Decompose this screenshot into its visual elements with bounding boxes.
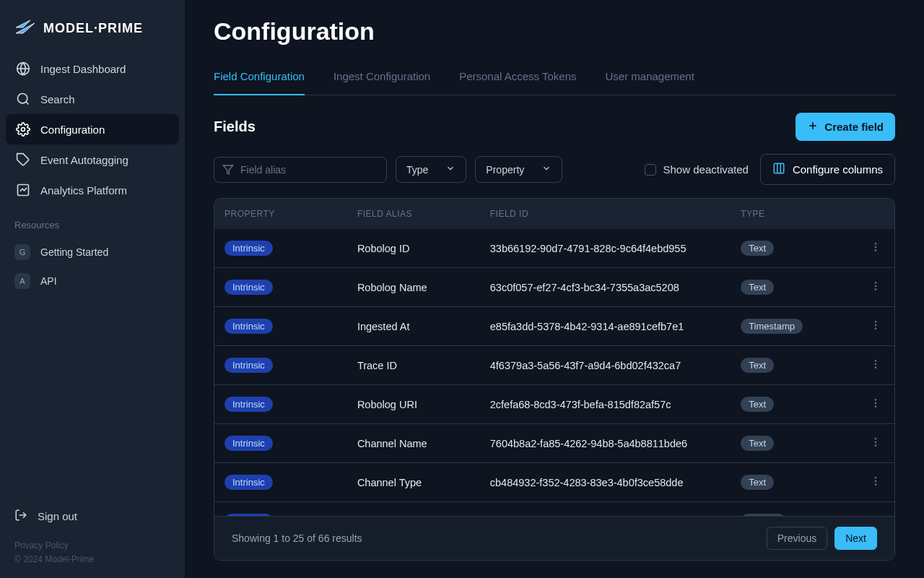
- property-pill: Intrinsic: [225, 436, 273, 451]
- configure-columns-button[interactable]: Configure columns: [760, 154, 895, 185]
- create-field-label: Create field: [824, 121, 884, 133]
- copyright-text: © 2024 Model-Prime: [14, 553, 170, 566]
- svg-line-3: [26, 102, 29, 105]
- main-content: Configuration Field ConfigurationIngest …: [185, 0, 924, 578]
- table-row[interactable]: IntrinsicTrace ID4f6379a3-5a56-43f7-a9d4…: [214, 346, 894, 385]
- table-row[interactable]: IntrinsicRobolog Name63c0f057-ef27-4cf3-…: [214, 268, 894, 307]
- nav-item-label: Configuration: [40, 124, 105, 136]
- cell-id: 63c0f057-ef27-4cf3-bc34-7355a3ac5208: [480, 268, 731, 307]
- cell-alias: Ingested At: [347, 307, 480, 346]
- columns-icon: [772, 162, 785, 177]
- config-tabs: Field ConfigurationIngest ConfigurationP…: [214, 63, 895, 95]
- nav-item-configuration[interactable]: Configuration: [6, 114, 179, 144]
- type-pill: Text: [741, 241, 774, 256]
- main-nav: Ingest DashboardSearchConfigurationEvent…: [0, 53, 185, 205]
- svg-point-34: [875, 484, 876, 485]
- svg-point-17: [875, 282, 876, 283]
- type-pill: Timestamp: [741, 319, 803, 334]
- search-icon: [16, 92, 30, 106]
- col-header-type[interactable]: TYPE: [731, 199, 856, 229]
- type-pill: Text: [741, 397, 774, 412]
- col-header-id[interactable]: FIELD ID: [480, 199, 731, 229]
- svg-point-2: [18, 94, 27, 103]
- row-actions-button[interactable]: [867, 280, 884, 297]
- svg-point-22: [875, 328, 876, 329]
- resource-badge: A: [14, 273, 30, 289]
- type-dropdown[interactable]: Type: [396, 156, 466, 183]
- nav-item-event-autotagging[interactable]: Event Autotagging: [6, 144, 179, 175]
- row-actions-button[interactable]: [867, 241, 884, 258]
- sign-out-label: Sign out: [38, 510, 77, 522]
- previous-button[interactable]: Previous: [767, 527, 827, 550]
- col-header-property[interactable]: PROPERTY: [214, 199, 347, 229]
- cell-id: e85fa3dd-5378-4b42-9314-ae891cefb7e1: [480, 307, 731, 346]
- checkbox-icon: [645, 164, 656, 176]
- next-button[interactable]: Next: [834, 527, 877, 550]
- resource-label: Getting Started: [40, 246, 108, 258]
- privacy-link[interactable]: Privacy Policy: [14, 539, 170, 553]
- svg-point-15: [875, 246, 876, 247]
- tab-user-management[interactable]: User management: [605, 63, 694, 95]
- field-alias-input[interactable]: [214, 157, 387, 183]
- nav-item-label: Search: [40, 93, 75, 105]
- row-actions-button[interactable]: [867, 358, 884, 375]
- sign-out-button[interactable]: Sign out: [0, 501, 185, 532]
- show-deactivated-toggle[interactable]: Show deactivated: [645, 163, 749, 176]
- cell-id: 7604b8a2-fa85-4262-94b8-5a4b8811bde6: [480, 424, 731, 463]
- property-pill: Intrinsic: [225, 280, 273, 295]
- cell-alias: Message Count: [347, 502, 480, 517]
- svg-marker-10: [223, 165, 232, 174]
- svg-point-18: [875, 285, 876, 286]
- svg-rect-11: [774, 163, 784, 173]
- nav-item-ingest-dashboard[interactable]: Ingest Dashboard: [6, 53, 179, 84]
- fields-table: PROPERTY FIELD ALIAS FIELD ID TYPE Intri…: [214, 198, 895, 561]
- tab-personal-access-tokens[interactable]: Personal Access Tokens: [459, 63, 576, 95]
- field-alias-filter: [214, 157, 387, 183]
- resource-item-api[interactable]: AAPI: [0, 267, 185, 296]
- cell-alias: Channel Name: [347, 424, 480, 463]
- cell-id: 2cfefa68-8cd3-473f-befa-815df82af57c: [480, 385, 731, 424]
- property-dropdown-label: Property: [486, 164, 524, 176]
- brand-logo: MODEL·PRIME: [0, 12, 185, 53]
- type-pill: Text: [741, 280, 774, 295]
- tag-icon: [16, 152, 30, 167]
- row-actions-button[interactable]: [867, 475, 884, 492]
- table-row[interactable]: IntrinsicIngested Ate85fa3dd-5378-4b42-9…: [214, 307, 894, 346]
- property-pill: Intrinsic: [225, 475, 273, 490]
- nav-item-analytics-platform[interactable]: Analytics Platform: [6, 175, 179, 205]
- table-row[interactable]: IntrinsicChannel Typecb484932-f352-4283-…: [214, 463, 894, 502]
- tab-ingest-configuration[interactable]: Ingest Configuration: [334, 63, 430, 95]
- table-row[interactable]: IntrinsicRobolog URI2cfefa68-8cd3-473f-b…: [214, 385, 894, 424]
- gear-icon: [16, 122, 30, 137]
- property-pill: Intrinsic: [225, 397, 273, 412]
- property-pill: Intrinsic: [225, 319, 273, 334]
- nav-item-search[interactable]: Search: [6, 84, 179, 114]
- chevron-down-icon: [541, 163, 552, 176]
- svg-point-30: [875, 441, 876, 442]
- table-row[interactable]: IntrinsicChannel Name7604b8a2-fa85-4262-…: [214, 424, 894, 463]
- row-actions-button[interactable]: [867, 397, 884, 414]
- cell-id: cb484932-f352-4283-83e3-4b0f3ce58dde: [480, 463, 731, 502]
- resource-item-getting-started[interactable]: GGetting Started: [0, 238, 185, 267]
- page-title: Configuration: [214, 17, 895, 46]
- svg-point-27: [875, 402, 876, 403]
- svg-point-21: [875, 324, 876, 325]
- tab-field-configuration[interactable]: Field Configuration: [214, 63, 305, 95]
- type-pill: Text: [741, 436, 774, 451]
- property-pill: Intrinsic: [225, 241, 273, 256]
- create-field-button[interactable]: Create field: [796, 113, 895, 141]
- nav-item-label: Event Autotagging: [40, 154, 128, 166]
- table-row[interactable]: IntrinsicMessage Count5345ab77-5410-4132…: [214, 502, 894, 517]
- svg-point-31: [875, 445, 876, 446]
- sign-out-icon: [14, 509, 27, 524]
- type-pill: Text: [741, 358, 774, 373]
- nav-item-label: Ingest Dashboard: [40, 63, 126, 75]
- table-row[interactable]: IntrinsicRobolog ID33b66192-90d7-4791-82…: [214, 229, 894, 268]
- cell-alias: Channel Type: [347, 463, 480, 502]
- property-dropdown[interactable]: Property: [475, 156, 562, 183]
- row-actions-button[interactable]: [867, 436, 884, 453]
- brand-name: MODEL·PRIME: [43, 21, 143, 36]
- col-header-alias[interactable]: FIELD ALIAS: [347, 199, 480, 229]
- cell-id: 33b66192-90d7-4791-828c-9c64f4ebd955: [480, 229, 731, 268]
- row-actions-button[interactable]: [867, 319, 884, 336]
